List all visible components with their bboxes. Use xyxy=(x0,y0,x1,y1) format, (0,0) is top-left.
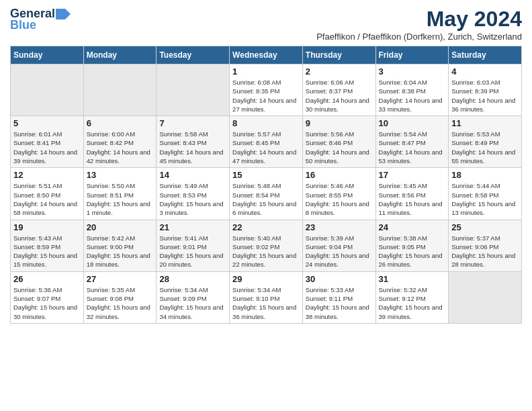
calendar-week-row: 5Sunrise: 6:01 AMSunset: 8:41 PMDaylight… xyxy=(11,116,522,168)
table-row xyxy=(11,64,84,116)
month-title: May 2024 xyxy=(316,7,522,32)
table-row: 26Sunrise: 5:36 AMSunset: 9:07 PMDayligh… xyxy=(11,271,84,323)
table-row: 11Sunrise: 5:53 AMSunset: 8:49 PMDayligh… xyxy=(449,116,522,168)
table-row: 17Sunrise: 5:45 AMSunset: 8:56 PMDayligh… xyxy=(375,168,449,220)
day-number: 23 xyxy=(306,222,373,232)
table-row: 18Sunrise: 5:44 AMSunset: 8:58 PMDayligh… xyxy=(449,168,522,220)
calendar-subtitle: Pfaeffikon / Pfaeffikon (Dorfkern), Zuri… xyxy=(316,32,522,42)
table-row: 19Sunrise: 5:43 AMSunset: 8:59 PMDayligh… xyxy=(11,220,84,271)
cell-info: Sunrise: 5:51 AMSunset: 8:50 PMDaylight:… xyxy=(13,181,81,217)
cell-info: Sunrise: 5:58 AMSunset: 8:43 PMDaylight:… xyxy=(159,130,226,165)
day-number: 7 xyxy=(159,118,226,128)
day-number: 16 xyxy=(306,170,373,180)
table-row: 23Sunrise: 5:39 AMSunset: 9:04 PMDayligh… xyxy=(302,220,375,271)
col-sunday: Sunday xyxy=(11,46,84,64)
cell-info: Sunrise: 5:50 AMSunset: 8:51 PMDaylight:… xyxy=(87,181,154,217)
day-number: 26 xyxy=(13,274,81,284)
header: General Blue May 2024 Pfaeffikon / Pfaef… xyxy=(10,7,522,42)
day-number: 1 xyxy=(232,66,300,77)
cell-info: Sunrise: 5:43 AMSunset: 8:59 PMDaylight:… xyxy=(13,234,81,269)
table-row: 3Sunrise: 6:04 AMSunset: 8:38 PMDaylight… xyxy=(375,64,449,116)
calendar-week-row: 26Sunrise: 5:36 AMSunset: 9:07 PMDayligh… xyxy=(11,271,522,323)
day-number: 25 xyxy=(451,222,519,232)
logo: General Blue xyxy=(10,7,71,32)
day-number: 22 xyxy=(232,222,300,232)
table-row: 25Sunrise: 5:37 AMSunset: 9:06 PMDayligh… xyxy=(449,220,522,271)
cell-info: Sunrise: 5:42 AMSunset: 9:00 PMDaylight:… xyxy=(87,234,154,269)
svg-marker-0 xyxy=(56,9,71,19)
cell-info: Sunrise: 5:34 AMSunset: 9:10 PMDaylight:… xyxy=(232,285,300,321)
table-row: 1Sunrise: 6:08 AMSunset: 8:35 PMDaylight… xyxy=(230,64,303,116)
table-row: 29Sunrise: 5:34 AMSunset: 9:10 PMDayligh… xyxy=(230,271,303,323)
day-number: 30 xyxy=(306,274,373,284)
col-monday: Monday xyxy=(83,46,157,64)
col-saturday: Saturday xyxy=(449,46,522,64)
table-row: 7Sunrise: 5:58 AMSunset: 8:43 PMDaylight… xyxy=(157,116,230,168)
cell-info: Sunrise: 5:40 AMSunset: 9:02 PMDaylight:… xyxy=(232,234,300,269)
table-row: 22Sunrise: 5:40 AMSunset: 9:02 PMDayligh… xyxy=(230,220,303,271)
cell-info: Sunrise: 5:32 AMSunset: 9:12 PMDaylight:… xyxy=(379,285,446,321)
cell-info: Sunrise: 5:53 AMSunset: 8:49 PMDaylight:… xyxy=(451,130,519,165)
cell-info: Sunrise: 5:48 AMSunset: 8:54 PMDaylight:… xyxy=(232,181,300,217)
table-row: 4Sunrise: 6:03 AMSunset: 8:39 PMDaylight… xyxy=(449,64,522,116)
table-row: 2Sunrise: 6:06 AMSunset: 8:37 PMDaylight… xyxy=(302,64,375,116)
table-row: 8Sunrise: 5:57 AMSunset: 8:45 PMDaylight… xyxy=(230,116,303,168)
day-number: 4 xyxy=(451,66,519,77)
day-number: 29 xyxy=(232,274,300,284)
table-row: 10Sunrise: 5:54 AMSunset: 8:47 PMDayligh… xyxy=(375,116,449,168)
cell-info: Sunrise: 5:54 AMSunset: 8:47 PMDaylight:… xyxy=(379,130,446,165)
calendar-week-row: 1Sunrise: 6:08 AMSunset: 8:35 PMDaylight… xyxy=(11,64,522,116)
table-row: 5Sunrise: 6:01 AMSunset: 8:41 PMDaylight… xyxy=(11,116,84,168)
day-number: 28 xyxy=(159,274,226,284)
col-wednesday: Wednesday xyxy=(230,46,303,64)
cell-info: Sunrise: 6:08 AMSunset: 8:35 PMDaylight:… xyxy=(232,78,300,113)
day-number: 5 xyxy=(13,118,81,128)
cell-info: Sunrise: 6:06 AMSunset: 8:37 PMDaylight:… xyxy=(306,78,373,113)
cell-info: Sunrise: 5:38 AMSunset: 9:05 PMDaylight:… xyxy=(379,234,446,269)
header-row: Sunday Monday Tuesday Wednesday Thursday… xyxy=(11,46,522,64)
day-number: 3 xyxy=(379,66,446,77)
day-number: 10 xyxy=(379,118,446,128)
cell-info: Sunrise: 5:35 AMSunset: 9:08 PMDaylight:… xyxy=(87,285,154,321)
col-thursday: Thursday xyxy=(302,46,375,64)
cell-info: Sunrise: 5:44 AMSunset: 8:58 PMDaylight:… xyxy=(451,181,519,217)
cell-info: Sunrise: 6:03 AMSunset: 8:39 PMDaylight:… xyxy=(451,78,519,113)
day-number: 20 xyxy=(87,222,154,232)
calendar-week-row: 12Sunrise: 5:51 AMSunset: 8:50 PMDayligh… xyxy=(11,168,522,220)
day-number: 31 xyxy=(379,274,446,284)
day-number: 24 xyxy=(379,222,446,232)
day-number: 18 xyxy=(451,170,519,180)
cell-info: Sunrise: 5:33 AMSunset: 9:11 PMDaylight:… xyxy=(306,285,373,321)
table-row: 6Sunrise: 6:00 AMSunset: 8:42 PMDaylight… xyxy=(83,116,157,168)
table-row: 20Sunrise: 5:42 AMSunset: 9:00 PMDayligh… xyxy=(83,220,157,271)
cell-info: Sunrise: 5:41 AMSunset: 9:01 PMDaylight:… xyxy=(159,234,226,269)
table-row: 13Sunrise: 5:50 AMSunset: 8:51 PMDayligh… xyxy=(83,168,157,220)
table-row: 9Sunrise: 5:56 AMSunset: 8:46 PMDaylight… xyxy=(302,116,375,168)
cell-info: Sunrise: 6:04 AMSunset: 8:38 PMDaylight:… xyxy=(379,78,446,113)
cell-info: Sunrise: 5:34 AMSunset: 9:09 PMDaylight:… xyxy=(159,285,226,321)
cell-info: Sunrise: 5:37 AMSunset: 9:06 PMDaylight:… xyxy=(451,234,519,269)
day-number: 8 xyxy=(232,118,300,128)
calendar-week-row: 19Sunrise: 5:43 AMSunset: 8:59 PMDayligh… xyxy=(11,220,522,271)
cell-info: Sunrise: 5:49 AMSunset: 8:53 PMDaylight:… xyxy=(159,181,226,217)
cell-info: Sunrise: 5:45 AMSunset: 8:56 PMDaylight:… xyxy=(379,181,446,217)
day-number: 17 xyxy=(379,170,446,180)
day-number: 9 xyxy=(306,118,373,128)
table-row: 15Sunrise: 5:48 AMSunset: 8:54 PMDayligh… xyxy=(230,168,303,220)
day-number: 11 xyxy=(451,118,519,128)
logo-arrow-icon xyxy=(56,9,71,19)
table-row: 31Sunrise: 5:32 AMSunset: 9:12 PMDayligh… xyxy=(375,271,449,323)
table-row: 16Sunrise: 5:46 AMSunset: 8:55 PMDayligh… xyxy=(302,168,375,220)
table-row: 12Sunrise: 5:51 AMSunset: 8:50 PMDayligh… xyxy=(11,168,84,220)
table-row: 30Sunrise: 5:33 AMSunset: 9:11 PMDayligh… xyxy=(302,271,375,323)
cell-info: Sunrise: 5:57 AMSunset: 8:45 PMDaylight:… xyxy=(232,130,300,165)
day-number: 13 xyxy=(87,170,154,180)
table-row: 27Sunrise: 5:35 AMSunset: 9:08 PMDayligh… xyxy=(83,271,157,323)
cell-info: Sunrise: 5:36 AMSunset: 9:07 PMDaylight:… xyxy=(13,285,81,321)
day-number: 15 xyxy=(232,170,300,180)
table-row xyxy=(83,64,157,116)
day-number: 19 xyxy=(13,222,81,232)
table-row: 14Sunrise: 5:49 AMSunset: 8:53 PMDayligh… xyxy=(157,168,230,220)
title-section: May 2024 Pfaeffikon / Pfaeffikon (Dorfke… xyxy=(316,7,522,42)
table-row xyxy=(157,64,230,116)
